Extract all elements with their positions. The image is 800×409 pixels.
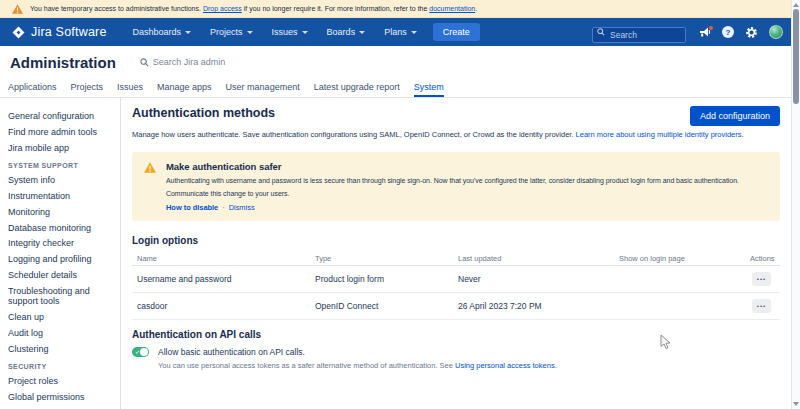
tab-user-management[interactable]: User management bbox=[226, 82, 300, 97]
sidebar-item-monitoring[interactable]: Monitoring bbox=[8, 207, 117, 217]
nav-item-label: Dashboards bbox=[133, 27, 182, 37]
check-icon: ✓ bbox=[627, 301, 632, 311]
nav-search-input[interactable] bbox=[592, 27, 686, 43]
avatar bbox=[769, 25, 783, 39]
row-type: OpenID Connect bbox=[315, 301, 458, 311]
gear-icon bbox=[745, 26, 758, 39]
tab-latest-upgrade-report[interactable]: Latest upgrade report bbox=[314, 82, 400, 97]
nav-item-label: Plans bbox=[384, 27, 407, 37]
announcements-button[interactable] bbox=[699, 27, 711, 38]
sidebar-item-clean-up[interactable]: Clean up bbox=[8, 312, 117, 322]
row-last-updated: Never bbox=[458, 274, 619, 284]
settings-button[interactable] bbox=[745, 26, 758, 39]
tab-projects[interactable]: Projects bbox=[71, 82, 104, 97]
warning-triangle-icon bbox=[12, 4, 23, 14]
check-icon: ✓ bbox=[627, 274, 632, 284]
personal-access-tokens-link[interactable]: Using personal access tokens. bbox=[455, 361, 557, 370]
chevron-down-icon bbox=[359, 31, 365, 34]
nav-item-label: Issues bbox=[272, 27, 298, 37]
column-header-last-updated: Last updated bbox=[458, 254, 619, 263]
nav-search bbox=[592, 24, 686, 40]
row-actions-button[interactable]: ••• bbox=[752, 299, 771, 313]
basic-auth-api-toggle[interactable]: ✓ bbox=[132, 347, 149, 357]
admin-search-field[interactable]: Search Jira admin bbox=[140, 57, 226, 67]
tab-manage-apps[interactable]: Manage apps bbox=[157, 82, 212, 97]
make-auth-safer-message: Make authentication safer Authenticating… bbox=[132, 152, 780, 221]
scrollbar-thumb[interactable] bbox=[793, 9, 799, 104]
jira-logo-icon bbox=[12, 26, 25, 39]
body: General configuration Find more admin to… bbox=[0, 98, 791, 409]
brand-name: Jira Software bbox=[31, 25, 107, 39]
app-navbar: Jira Software Dashboards Projects Issues… bbox=[0, 18, 791, 46]
toggle-knob bbox=[615, 275, 623, 283]
sidebar-item-global-permissions[interactable]: Global permissions bbox=[8, 392, 117, 402]
admin-header: Administration Search Jira admin bbox=[0, 46, 791, 78]
link-separator: · bbox=[222, 203, 224, 212]
jira-brand[interactable]: Jira Software bbox=[12, 25, 107, 39]
column-header-name: Name bbox=[132, 254, 315, 263]
user-menu-button[interactable] bbox=[769, 25, 783, 39]
nav-item-dashboards[interactable]: Dashboards bbox=[133, 27, 192, 37]
sidebar-item-logging-and-profiling[interactable]: Logging and profiling bbox=[8, 254, 117, 264]
sidebar-item-audit-log[interactable]: Audit log bbox=[8, 328, 117, 338]
chevron-down-icon bbox=[411, 31, 417, 34]
nav-item-issues[interactable]: Issues bbox=[272, 27, 308, 37]
sidebar-item-scheduler-details[interactable]: Scheduler details bbox=[8, 270, 117, 280]
nav-item-plans[interactable]: Plans bbox=[384, 27, 417, 37]
row-name: casdoor bbox=[132, 301, 315, 311]
tab-issues[interactable]: Issues bbox=[117, 82, 143, 97]
nav-item-projects[interactable]: Projects bbox=[210, 27, 253, 37]
admin-search-placeholder: Search Jira admin bbox=[153, 57, 226, 67]
api-help-body: You can use personal access tokens as a … bbox=[158, 361, 455, 370]
tab-system[interactable]: System bbox=[414, 82, 444, 97]
help-icon: ? bbox=[722, 26, 734, 38]
section-description: Manage how users authenticate. Save auth… bbox=[132, 130, 780, 139]
add-configuration-button[interactable]: Add configuration bbox=[690, 106, 780, 126]
nav-item-label: Projects bbox=[210, 27, 243, 37]
scroll-down-arrow[interactable] bbox=[793, 402, 799, 406]
warning-triangle-icon bbox=[144, 162, 156, 173]
search-icon bbox=[140, 58, 149, 67]
table-row: casdoor OpenID Connect 26 April 2023 7:2… bbox=[132, 293, 780, 320]
login-options-heading: Login options bbox=[132, 235, 780, 246]
api-help-text: You can use personal access tokens as a … bbox=[158, 361, 780, 370]
notification-dot bbox=[709, 26, 713, 30]
sidebar-item-find-more-admin-tools[interactable]: Find more admin tools bbox=[8, 127, 117, 137]
chevron-down-icon bbox=[302, 31, 308, 34]
sidebar-item-system-info[interactable]: System info bbox=[8, 175, 117, 185]
api-toggle-label: Allow basic authentication on API calls. bbox=[158, 347, 305, 357]
page-title: Administration bbox=[10, 54, 116, 71]
warning-body-1: Authenticating with username and passwor… bbox=[166, 177, 739, 184]
drop-access-link[interactable]: Drop access bbox=[203, 5, 242, 12]
sidebar-item-troubleshooting[interactable]: Troubleshooting and support tools bbox=[8, 286, 117, 307]
create-button[interactable]: Create bbox=[433, 23, 480, 41]
documentation-link[interactable]: documentation bbox=[429, 5, 475, 12]
sidebar-group-system-support: SYSTEM SUPPORT bbox=[8, 162, 117, 169]
sidebar-item-instrumentation[interactable]: Instrumentation bbox=[8, 191, 117, 201]
warning-body-2: Communicate this change to your users. bbox=[166, 190, 739, 197]
scroll-up-arrow[interactable] bbox=[793, 3, 799, 7]
temporary-access-banner: You have temporary access to administrat… bbox=[0, 0, 791, 18]
toggle-knob bbox=[615, 302, 623, 310]
column-header-show-on-login-page: Show on login page bbox=[619, 254, 750, 263]
nav-item-boards[interactable]: Boards bbox=[327, 27, 366, 37]
vertical-scrollbar[interactable] bbox=[791, 0, 800, 409]
sidebar-item-general-configuration[interactable]: General configuration bbox=[8, 111, 117, 121]
sidebar-item-integrity-checker[interactable]: Integrity checker bbox=[8, 238, 117, 248]
column-header-type: Type bbox=[315, 254, 458, 263]
help-button[interactable]: ? bbox=[722, 26, 734, 38]
row-actions-button[interactable]: ••• bbox=[752, 272, 771, 286]
nav-menu: Dashboards Projects Issues Boards Plans bbox=[133, 27, 417, 37]
search-icon bbox=[597, 28, 605, 36]
tab-applications[interactable]: Applications bbox=[8, 82, 57, 97]
sidebar-item-jira-mobile-app[interactable]: Jira mobile app bbox=[8, 143, 117, 153]
how-to-disable-link[interactable]: How to disable bbox=[166, 203, 218, 212]
sidebar-item-database-monitoring[interactable]: Database monitoring bbox=[8, 223, 117, 233]
api-calls-heading: Authentication on API calls bbox=[132, 329, 780, 340]
sidebar-item-project-roles[interactable]: Project roles bbox=[8, 376, 117, 386]
dismiss-link[interactable]: Dismiss bbox=[229, 203, 255, 212]
learn-more-link[interactable]: Learn more about using multiple identity… bbox=[576, 130, 744, 139]
row-name: Username and password bbox=[132, 274, 315, 284]
sidebar-item-clustering[interactable]: Clustering bbox=[8, 344, 117, 354]
section-title: Authentication methods bbox=[132, 106, 275, 120]
